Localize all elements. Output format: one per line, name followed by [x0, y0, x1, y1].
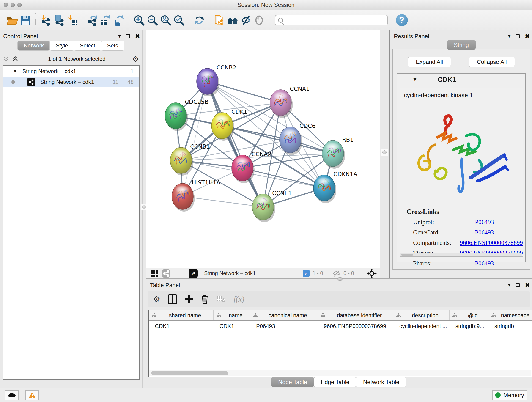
import-network-file-button[interactable] — [39, 13, 52, 27]
table-cell[interactable]: CDK1 — [214, 321, 250, 332]
node-RB1[interactable]: RB1 — [322, 136, 354, 169]
node-CCNE1[interactable]: CCNE1 — [252, 190, 292, 222]
right-splitter-handle[interactable] — [381, 149, 388, 156]
panel-menu-icon[interactable]: ▾ — [508, 282, 510, 288]
collapse-section-icon[interactable]: ▼ — [412, 77, 418, 83]
birdseye-view-icon[interactable] — [367, 269, 377, 278]
table-cell[interactable]: 9606.ENSP00000378699 — [318, 321, 393, 332]
node-HIST1H1A[interactable]: HIST1H1A — [172, 179, 220, 211]
table-hscrollbar[interactable] — [149, 370, 531, 376]
zoom-window-button[interactable] — [17, 3, 22, 7]
eye-button[interactable] — [253, 13, 266, 27]
left-splitter[interactable] — [143, 31, 146, 279]
expand-all-icon[interactable] — [12, 56, 18, 61]
panel-menu-icon[interactable]: ▾ — [118, 33, 121, 39]
table-row[interactable]: CDK1CDK1P064939606.ENSP00000378699cyclin… — [149, 321, 532, 332]
open-session-button[interactable] — [6, 13, 19, 27]
zoom-selected-button[interactable] — [172, 13, 186, 27]
import-table-file-button[interactable] — [65, 13, 79, 27]
column-header-sharedname[interactable]: shared name — [149, 310, 214, 320]
table-hscrollbar-thumb[interactable] — [151, 371, 228, 375]
close-panel-icon[interactable]: ✖ — [525, 282, 530, 289]
float-panel-icon[interactable] — [515, 34, 520, 38]
collapse-all-icon[interactable] — [3, 56, 9, 61]
add-column-icon[interactable] — [185, 294, 193, 304]
crosslink-link[interactable]: 9606.ENSP00000378699 — [460, 239, 523, 246]
column-header-canonicalname[interactable]: canonical name — [250, 310, 318, 320]
search-input[interactable] — [285, 17, 385, 23]
tab-sets[interactable]: Sets — [101, 41, 124, 51]
tab-node-table[interactable]: Node Table — [271, 377, 314, 387]
tab-network-table[interactable]: Network Table — [356, 377, 406, 387]
network-row[interactable]: String Network – cdk1 11 48 — [3, 77, 139, 87]
horizontal-splitter-handle[interactable] — [337, 277, 342, 281]
cloud-button[interactable] — [5, 390, 19, 400]
zoom-fit-button[interactable] — [159, 13, 172, 27]
column-header-databaseidentifier[interactable]: database identifier — [318, 310, 393, 320]
results-scrollbar[interactable] — [400, 253, 522, 256]
delete-column-icon[interactable] — [201, 294, 209, 304]
network-canvas[interactable]: CCNB2CCNA1CDC25BCDK1CDC6RB1CCNB1CCNA2CDK… — [146, 31, 380, 268]
node-CDC25B[interactable]: CDC25B — [165, 99, 209, 131]
crosslink-link[interactable]: P06493 — [475, 260, 494, 267]
table-cell[interactable]: P06493 — [250, 321, 318, 332]
table-cell[interactable]: cyclin-dependent ... — [393, 321, 450, 332]
table-cell[interactable]: stringdb:9... — [450, 321, 488, 332]
tab-string[interactable]: String — [447, 40, 476, 50]
function-builder-icon[interactable]: f(x) — [234, 295, 244, 303]
column-header-name[interactable]: name — [214, 310, 250, 320]
tab-select[interactable]: Select — [74, 41, 101, 51]
collapse-all-button[interactable]: Collapse All — [469, 57, 515, 67]
clone-network-button[interactable] — [213, 13, 226, 27]
float-panel-icon[interactable] — [515, 283, 520, 287]
refresh-button[interactable] — [192, 13, 206, 27]
expand-all-button[interactable]: Expand All — [408, 57, 451, 67]
crosslink-link[interactable]: P06493 — [475, 229, 494, 236]
export-image-button[interactable] — [112, 13, 126, 27]
column-header-description[interactable]: description — [393, 310, 450, 320]
close-window-button[interactable] — [4, 3, 8, 7]
close-panel-icon[interactable]: ✖ — [135, 33, 140, 40]
selected-nodes-checkbox[interactable]: ✓ — [303, 270, 310, 277]
column-header-namespace[interactable]: namespace — [488, 310, 532, 320]
right-splitter[interactable] — [380, 31, 389, 279]
show-columns-icon[interactable] — [168, 294, 177, 304]
close-panel-icon[interactable]: ✖ — [525, 33, 530, 40]
network-collection-row[interactable]: ▼ String Network – cdk1 1 — [3, 66, 139, 77]
save-session-button[interactable] — [19, 13, 32, 27]
panel-menu-icon[interactable]: ▾ — [508, 33, 510, 39]
node-CDKN1A[interactable]: CDKN1A — [313, 171, 357, 203]
memory-button[interactable]: Memory — [492, 390, 527, 400]
network-overview-icon[interactable] — [162, 269, 171, 278]
node-CCNA1[interactable]: CCNA1 — [270, 85, 310, 118]
home-button[interactable] — [226, 13, 239, 27]
minimize-window-button[interactable] — [11, 3, 15, 7]
zoom-out-button[interactable] — [146, 13, 159, 27]
gene-section-header[interactable]: ▼ CDK1 — [397, 74, 525, 85]
node-CDC6[interactable]: CDC6 — [279, 123, 316, 155]
table-cell[interactable]: stringdb — [488, 321, 532, 332]
export-network-button[interactable] — [86, 13, 99, 27]
show-hide-graphics-button[interactable] — [239, 13, 253, 27]
node-CCNB2[interactable]: CCNB2 — [196, 64, 236, 96]
crosslink-link[interactable]: P06493 — [475, 219, 494, 226]
tab-edge-table[interactable]: Edge Table — [314, 377, 356, 387]
float-panel-icon[interactable] — [126, 34, 130, 38]
node-CDK1[interactable]: CDK1 — [211, 108, 247, 141]
tree-expand-icon[interactable]: ▼ — [13, 69, 17, 74]
export-table-button[interactable] — [99, 13, 112, 27]
edge-CCNB2-CCNE1[interactable] — [207, 81, 263, 207]
clear-table-icon[interactable] — [216, 295, 226, 303]
zoom-in-button[interactable] — [133, 13, 146, 27]
table-cell[interactable]: CDK1 — [149, 321, 214, 332]
tab-style[interactable]: Style — [50, 41, 74, 51]
warnings-button[interactable] — [25, 390, 39, 400]
hidden-items-icon[interactable] — [332, 270, 341, 277]
open-in-window-icon[interactable]: ↗ — [189, 269, 198, 278]
table-options-gear-icon[interactable]: ⚙ — [153, 295, 160, 303]
tab-network[interactable]: Network — [17, 41, 50, 51]
import-network-database-button[interactable] — [52, 13, 65, 27]
help-button[interactable]: ? — [396, 14, 408, 26]
grid-view-icon[interactable] — [151, 269, 158, 277]
column-header-id[interactable]: @id — [450, 310, 488, 320]
